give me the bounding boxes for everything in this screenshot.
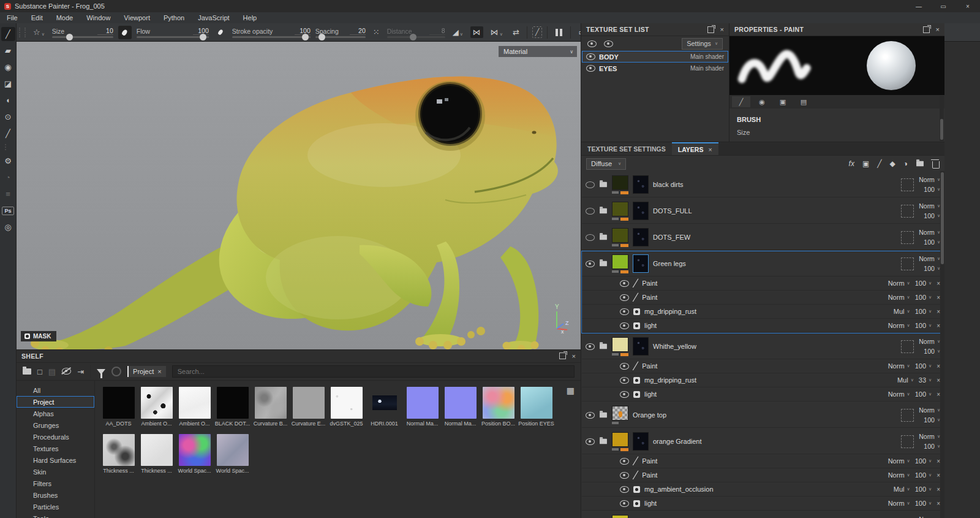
shelf-item[interactable]: Curvature E... [292,387,325,427]
blend-mode-dropdown[interactable]: Mul∨ [894,486,910,493]
export-icon[interactable]: ⇥ [77,367,84,376]
settings-gear-icon[interactable]: ⚙ [1,154,15,168]
menu-python[interactable]: Python [157,12,191,23]
distance-slider[interactable] [387,36,445,38]
eye-icon[interactable] [586,412,595,419]
viewport-canvas[interactable]: Material ∨ MASK Y x Z [17,42,581,349]
layer-row[interactable]: black dirtsNorm∨100∨ [582,172,944,197]
blend-mode-dropdown[interactable]: Norm∨ [888,390,910,398]
eye-icon[interactable] [620,294,629,301]
float-panel-icon[interactable] [559,352,566,359]
opacity-dropdown[interactable]: 100∨ [915,457,932,465]
material-tab-icon[interactable]: ▣ [774,96,792,107]
blend-mode-dropdown[interactable]: Norm∨ [919,255,940,262]
stack-icon[interactable]: ≡ [1,187,15,201]
maximize-icon[interactable]: ▭ [931,0,956,12]
size-field[interactable]: Size10 [52,27,113,38]
shelf-item[interactable]: Position EYES [520,387,552,427]
blend-mode-dropdown[interactable]: Norm∨ [888,500,910,507]
effect-row-paint[interactable]: ╱PaintNorm∨100∨× [582,276,944,291]
effect-row-paint[interactable]: ╱PaintNorm∨100∨× [582,454,944,468]
shelf-category-alphas[interactable]: Alphas [17,408,94,419]
toolbar-grip[interactable] [19,28,26,37]
add-group-icon[interactable] [916,161,924,167]
layer-row[interactable]: Green legsNorm∨100∨ [582,251,944,276]
shelf-category-particles[interactable]: Particles [17,501,94,512]
eye-icon[interactable] [620,486,629,493]
search-input[interactable] [172,365,575,378]
shelf-item[interactable]: AA_DOTS [102,387,135,427]
shelf-item[interactable]: Thickness ... [140,434,173,474]
shelf-item[interactable]: dvGSTK_025 [330,387,363,427]
new-resource-icon[interactable]: □ [37,367,42,376]
effect-row-mg-dripping-rust[interactable]: mg_dripping_rustMul∨100∨× [582,305,944,319]
eye-icon[interactable] [620,280,629,287]
float-panel-icon[interactable] [923,26,930,33]
close-icon[interactable]: × [720,26,724,33]
brush-tip-small-icon[interactable] [214,26,227,39]
effect-row-mg-dripping-rust[interactable]: mg_dripping_rustMul∨33∨× [582,373,944,387]
shelf-category-procedurals[interactable]: Procedurals [17,431,94,443]
shelf-category-skin[interactable]: Skin [17,466,94,478]
pause-button[interactable] [552,27,565,38]
shelf-thumbnail[interactable] [483,387,514,419]
shelf-item[interactable]: Position BO... [482,387,514,427]
shelf-category-textures[interactable]: Textures [17,443,94,454]
tab-layers[interactable]: LAYERS × [672,142,718,155]
brush-tab-icon[interactable]: ╱ [732,96,750,107]
blend-mode-dropdown[interactable]: Norm∨ [888,471,910,479]
shelf-thumbnail[interactable] [179,387,211,419]
effect-row-light[interactable]: lightNorm∨100∨× [582,497,944,511]
blend-mode-dropdown[interactable]: Norm∨ [888,294,910,301]
spacing-value[interactable]: 20 [350,27,366,35]
eye-icon[interactable] [586,181,595,188]
stroke-dots-icon[interactable]: ⁙ [371,26,382,38]
effect-row-paint[interactable]: ╱PaintNorm∨100∨× [582,468,944,482]
mask-slot[interactable] [901,231,914,244]
opacity-dropdown[interactable]: 100∨ [924,416,940,424]
blend-mode-dropdown[interactable]: Norm∨ [919,406,940,414]
eraser-icon[interactable]: ▰ [1,44,15,58]
mask-slot[interactable] [901,409,914,422]
opacity-dropdown[interactable]: 100∨ [915,294,932,301]
material-view-dropdown[interactable]: Material ∨ [499,46,577,57]
eye-icon[interactable] [620,472,629,479]
photoshop-plugin-icon[interactable]: Ps [1,204,15,218]
distance-slider-knob[interactable] [410,34,417,40]
blend-mode-dropdown[interactable]: Norm∨ [919,516,940,518]
scrollbar[interactable] [940,96,944,141]
shelf-item[interactable]: World Spac... [178,434,211,474]
shelf-thumbnail[interactable] [217,387,249,419]
grid-view-icon[interactable]: ▦ [567,386,575,395]
opacity-dropdown[interactable]: 100∨ [924,348,940,355]
shelf-thumbnail[interactable] [407,387,439,419]
spacing-slider-knob[interactable] [318,34,325,40]
flow-slider-knob[interactable] [200,34,206,40]
opacity-dropdown[interactable]: 33∨ [919,376,932,384]
shelf-thumbnail[interactable] [369,387,401,419]
size-value[interactable]: 10 [97,27,113,35]
menu-edit[interactable]: Edit [24,12,50,23]
blend-mode-dropdown[interactable]: Norm∨ [888,457,910,465]
shelf-thumbnail[interactable] [445,387,477,419]
brush-tip-icon[interactable] [118,26,132,39]
shelf-item[interactable]: Normal Ma... [444,387,477,427]
close-icon[interactable]: × [936,26,940,33]
flow-field[interactable]: Flow100 [137,27,209,38]
save-icon[interactable]: ▤ [48,367,56,376]
blend-mode-dropdown[interactable]: Norm∨ [919,176,940,183]
shelf-category-project[interactable]: Project [17,396,94,408]
visibility-icon[interactable] [604,40,613,47]
mask-thumbnail[interactable] [633,228,649,246]
preset-star-icon[interactable]: ☆∨ [31,26,47,38]
eye-icon[interactable] [586,65,595,72]
opacity-dropdown[interactable]: 100∨ [915,322,932,329]
stencil-tab-icon[interactable]: ◉ [753,96,771,107]
add-paint-layer-icon[interactable]: ╱ [877,159,881,168]
shelf-thumbnail[interactable] [521,387,552,419]
stroke_opacity-field[interactable]: Stroke opacity100 [232,27,311,38]
eye-icon[interactable] [620,308,629,315]
opacity-dropdown[interactable]: 100∨ [915,280,932,287]
symmetry-settings-icon[interactable]: ⋈∨ [488,26,505,38]
float-panel-icon[interactable] [707,26,714,33]
